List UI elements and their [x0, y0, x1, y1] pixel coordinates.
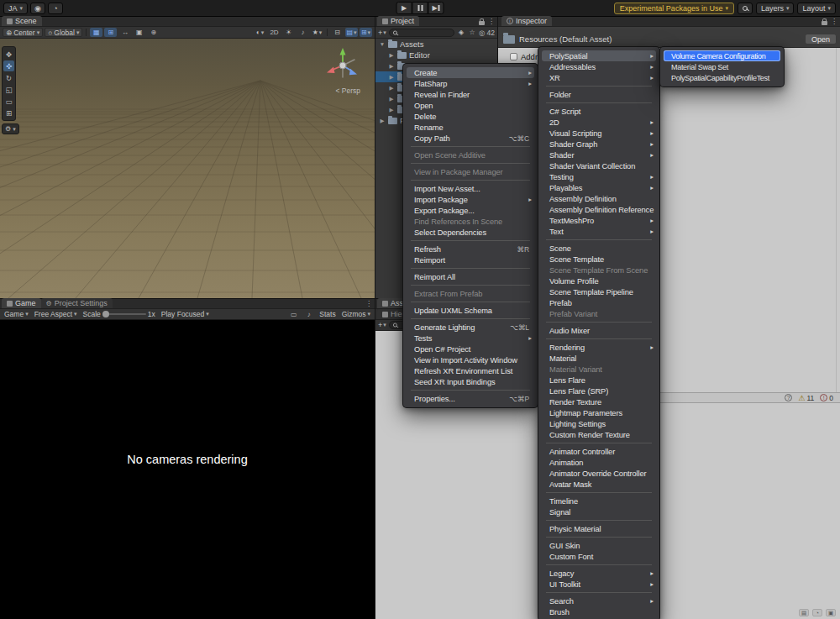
menu-item-lighting-settings[interactable]: Lighting Settings [542, 418, 656, 429]
help-status[interactable]: ? [785, 394, 792, 401]
play-focus-dropdown[interactable]: Play Focused ▾ [160, 310, 211, 318]
menu-item-rendering[interactable]: Rendering▸ [542, 342, 656, 353]
menu-item-import-package[interactable]: Import Package▸ [407, 194, 534, 205]
menu-item-refresh-xr-environment-list[interactable]: Refresh XR Environment List [407, 365, 534, 376]
lock-icon[interactable] [822, 21, 827, 25]
menu-item-volume-camera-configuration[interactable]: Volume Camera Configuration [664, 50, 780, 61]
gizmos-dropdown[interactable]: ⊞▾ [360, 28, 372, 37]
snap-rotate-icon[interactable]: ▣ [133, 28, 145, 37]
menu-item-lens-flare-srp[interactable]: Lens Flare (SRP) [542, 386, 656, 396]
scale-tool-icon[interactable]: ◱ [3, 84, 14, 95]
menu-item-shader-variant-collection[interactable]: Shader Variant Collection [542, 160, 656, 171]
menu-item-copy-path[interactable]: Copy Path⌥⌘C [407, 133, 534, 144]
experimental-packages-button[interactable]: Experimental Packages in Use ▾ [614, 3, 734, 14]
gizmos-dropdown[interactable]: Gizmos ▾ [340, 310, 372, 318]
snap-move-icon[interactable]: ↔ [118, 28, 131, 37]
search-by-label-icon[interactable]: ☆ [468, 28, 476, 37]
menu-item-shader[interactable]: Shader▸ [542, 150, 656, 160]
project-search-input[interactable] [389, 29, 454, 37]
2d-toggle[interactable]: 2D [268, 28, 281, 37]
menu-item-prefab[interactable]: Prefab [542, 297, 656, 308]
menu-item-scene-template[interactable]: Scene Template [542, 254, 656, 265]
menu-item-text[interactable]: Text▸ [542, 226, 656, 237]
menu-item-reimport-all[interactable]: Reimport All [407, 271, 534, 282]
search-by-type-icon[interactable]: ◈ [457, 28, 465, 37]
menu-item-update-uxml-schema[interactable]: Update UXML Schema [407, 305, 534, 316]
menu-item-ui-toolkit[interactable]: UI Toolkit▸ [542, 579, 656, 590]
pivot-dropdown[interactable]: ⊕ Center ▾ [3, 28, 43, 37]
kebab-menu-icon[interactable]: ⋮ [831, 18, 837, 25]
menu-item-visual-scripting[interactable]: Visual Scripting▸ [542, 128, 656, 139]
menu-item-audio-mixer[interactable]: Audio Mixer [542, 325, 656, 336]
tab-game[interactable]: Game [2, 298, 41, 308]
menu-item-signal[interactable]: Signal [542, 506, 656, 517]
menu-item-lightmap-parameters[interactable]: Lightmap Parameters [542, 407, 656, 418]
tab-project[interactable]: Project [377, 16, 419, 26]
menu-item-polyspatial[interactable]: PolySpatial▸ [542, 50, 656, 61]
menu-item-select-dependencies[interactable]: Select Dependencies [407, 227, 534, 238]
mute-audio-icon[interactable]: ♪ [302, 310, 315, 319]
rotate-tool-icon[interactable]: ↻ [3, 72, 14, 83]
shading-mode-dropdown[interactable]: ◐▾ [254, 28, 266, 37]
history-icon-button[interactable]: ◔ [48, 3, 63, 14]
activity-icon[interactable]: ◔ [812, 609, 822, 616]
menu-item-brush[interactable]: Brush [542, 606, 656, 617]
effects-dropdown[interactable]: ★▾ [311, 28, 323, 37]
menu-item-avatar-mask[interactable]: Avatar Mask [542, 479, 656, 490]
transform-tool-icon[interactable]: ⊞ [3, 108, 14, 118]
menu-item-testing[interactable]: Testing▸ [542, 171, 656, 182]
menu-item-scene[interactable]: Scene [542, 243, 656, 254]
menu-item-material[interactable]: Material [542, 353, 656, 364]
layout-dropdown[interactable]: Layout ▾ [797, 3, 836, 14]
menu-item-polyspatialcapabilityprofiletest[interactable]: PolySpatialCapabilityProfileTest [664, 72, 780, 83]
search-button[interactable] [738, 3, 753, 14]
menu-item-export-package[interactable]: Export Package... [407, 205, 534, 216]
maximize-icon[interactable]: ▭ [287, 310, 300, 319]
perspective-label[interactable]: < Persp [335, 87, 360, 95]
tab-scene[interactable]: Scene [2, 16, 42, 26]
move-tool-icon[interactable]: ✜ [3, 60, 14, 71]
overlay-menu-dropdown[interactable]: ▤▾ [345, 28, 358, 37]
menu-item-c-script[interactable]: C# Script [542, 106, 656, 117]
menu-item-volume-profile[interactable]: Volume Profile [542, 275, 656, 286]
scene-lighting-toggle[interactable]: ☀ [282, 28, 295, 37]
menu-item-import-new-asset[interactable]: Import New Asset... [407, 183, 534, 194]
rect-tool-icon[interactable]: ▭ [3, 96, 14, 107]
menu-item-legacy[interactable]: Legacy▸ [542, 568, 656, 579]
kebab-menu-icon[interactable]: ⋮ [365, 300, 372, 307]
account-menu-button[interactable]: JA ▾ [3, 3, 28, 14]
menu-item-gui-skin[interactable]: GUI Skin [542, 540, 656, 551]
menu-item-refresh[interactable]: Refresh⌘R [407, 244, 534, 254]
scene-viewport[interactable]: ✥ ✜ ↻ ◱ ▭ ⊞ ⚙ ▾ [0, 39, 375, 298]
scrollbar-track[interactable] [836, 48, 837, 392]
notification-icon[interactable]: ▣ [826, 609, 836, 616]
menu-item-animation[interactable]: Animation [542, 457, 656, 468]
menu-item-textmeshpro[interactable]: TextMeshPro▸ [542, 215, 656, 226]
warning-status[interactable]: ⚠ 11 [798, 394, 814, 402]
menu-item-custom-font[interactable]: Custom Font [542, 551, 656, 562]
menu-item-scene-template-pipeline[interactable]: Scene Template Pipeline [542, 286, 656, 297]
menu-item-timeline[interactable]: Timeline [542, 496, 656, 506]
menu-item-search[interactable]: Search▸ [542, 595, 656, 606]
orientation-dropdown[interactable]: ○ Global ▾ [45, 28, 82, 37]
menu-item-folder[interactable]: Folder [542, 89, 656, 100]
hidden-packages-toggle[interactable]: ◎ 42 [479, 29, 495, 37]
orientation-gizmo[interactable] [321, 44, 365, 87]
tree-item-assets[interactable]: ▼Assets [375, 39, 497, 50]
menu-item-open[interactable]: Open [407, 100, 534, 111]
menu-item-rename[interactable]: Rename [407, 122, 534, 133]
menu-item-create[interactable]: Create▸ [407, 67, 534, 78]
menu-item-material-swap-set[interactable]: Material Swap Set [664, 61, 780, 72]
add-button[interactable]: +▾ [378, 321, 386, 329]
snap-scale-icon[interactable]: ⊕ [147, 28, 160, 37]
menu-item-reimport[interactable]: Reimport [407, 254, 534, 265]
menu-item-addressables[interactable]: Addressables▸ [542, 61, 656, 72]
expand-arrow-icon[interactable]: ▶ [388, 63, 395, 70]
display-dropdown[interactable]: Game ▾ [3, 310, 30, 318]
plug-icon-button[interactable]: ◉ [30, 3, 45, 14]
snap-increment-icon[interactable]: ⊞ [104, 28, 117, 37]
scene-audio-toggle[interactable]: ♪ [297, 28, 309, 37]
pause-button[interactable] [412, 2, 428, 14]
menu-item-generate-lighting[interactable]: Generate Lighting⌥⌘L [407, 322, 534, 333]
lock-icon[interactable] [479, 21, 485, 25]
